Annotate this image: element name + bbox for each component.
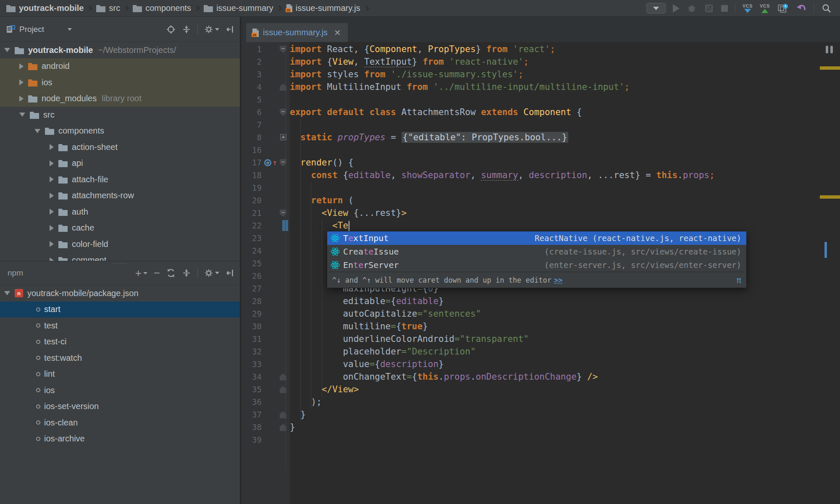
code-line-1[interactable]: 1−import React, {Component, PropTypes} f… — [242, 43, 840, 55]
npm-script-ios-clean[interactable]: ios-clean — [0, 415, 240, 431]
code-line-4[interactable]: 4import MultilineInput from '../multilin… — [242, 81, 840, 93]
npm-script-start[interactable]: start — [0, 302, 240, 318]
local-changes-icon[interactable] — [777, 3, 789, 14]
code-line-21[interactable]: 21− <View {...rest}> — [242, 207, 840, 219]
settings-button[interactable] — [204, 25, 219, 34]
breadcrumb-item-components[interactable]: components — [132, 3, 191, 13]
completion-item-TextInput[interactable]: TextInputReactNative (react-native.js, r… — [327, 231, 746, 245]
vcs-commit-button[interactable]: VCS — [760, 4, 770, 13]
project-panel-title[interactable]: Project — [19, 25, 44, 34]
hide-panel-icon[interactable] — [226, 25, 235, 34]
tree-item-action-sheet[interactable]: action-sheet — [0, 139, 240, 155]
chevron-collapsed-icon[interactable] — [50, 193, 54, 199]
chevron-expanded-icon[interactable] — [19, 113, 25, 117]
code-line-2[interactable]: 2import {View, TextInput} from 'react-na… — [242, 55, 840, 68]
code-editor[interactable]: 1−import React, {Component, PropTypes} f… — [242, 42, 840, 504]
npm-script-lint[interactable]: lint — [0, 366, 240, 383]
npm-script-ios-set-version[interactable]: ios-set-version — [0, 399, 240, 415]
splitter-handle[interactable]: ······ — [113, 262, 127, 265]
code-line-32[interactable]: 32 placeholder="Description" — [242, 345, 840, 358]
chevron-collapsed-icon[interactable] — [19, 96, 24, 102]
code-line-22[interactable]: 22 <Te — [242, 219, 840, 232]
tree-item-color-field[interactable]: color-field — [0, 236, 240, 252]
chevron-collapsed-icon[interactable] — [50, 160, 54, 166]
code-line-6[interactable]: 6−export default class AttachmentsRow ex… — [242, 106, 840, 118]
chevron-down-icon[interactable] — [68, 28, 72, 31]
code-line-16[interactable]: 16 — [242, 144, 840, 156]
npm-script-test:watch[interactable]: test:watch — [0, 350, 240, 366]
locate-file-icon[interactable] — [166, 25, 176, 34]
chevron-collapsed-icon[interactable] — [50, 241, 54, 247]
code-line-8[interactable]: 8+ static propTypes = {"editable": PropT… — [242, 131, 840, 144]
breadcrumb-item-youtrack-mobile[interactable]: youtrack-mobile — [6, 3, 84, 13]
code-line-17[interactable]: 17o↑− render() { — [242, 156, 840, 169]
chevron-expanded-icon[interactable] — [34, 129, 40, 133]
npm-script-test-ci[interactable]: test-ci — [0, 334, 240, 350]
code-line-35[interactable]: 35 </View> — [242, 383, 840, 396]
code-line-36[interactable]: 36 ); — [242, 396, 840, 408]
chevron-collapsed-icon[interactable] — [50, 225, 54, 231]
code-line-29[interactable]: 29 autoCapitalize="sentences" — [242, 307, 840, 320]
chevron-expanded-icon[interactable] — [4, 48, 10, 52]
tree-item-components[interactable]: components — [0, 123, 240, 139]
npm-script-ios-archive[interactable]: ios-archive — [0, 431, 240, 447]
chevron-collapsed-icon[interactable] — [50, 176, 54, 182]
tree-item-comment[interactable]: comment — [0, 252, 240, 261]
tree-item-android[interactable]: android — [0, 58, 240, 75]
code-line-3[interactable]: 3import styles from './issue-summary.sty… — [242, 68, 840, 81]
remove-script-button[interactable]: − — [154, 269, 160, 277]
hint-more-link[interactable]: >> — [554, 276, 562, 284]
hide-panel-icon[interactable] — [226, 268, 235, 278]
add-script-button[interactable]: + — [135, 269, 147, 277]
completion-item-EnterServer[interactable]: EnterServer(enter-server.js, src/views/e… — [327, 258, 746, 272]
chevron-collapsed-icon[interactable] — [50, 257, 54, 261]
npm-script-test[interactable]: test — [0, 318, 240, 334]
stop-icon[interactable] — [721, 5, 728, 12]
vcs-update-button[interactable]: VCS — [743, 4, 753, 13]
tree-item-auth[interactable]: auth — [0, 204, 240, 220]
tree-item-cache[interactable]: cache — [0, 220, 240, 236]
code-line-20[interactable]: 20 return ( — [242, 194, 840, 207]
code-line-28[interactable]: 28 editable={editable} — [242, 295, 840, 307]
refresh-icon[interactable] — [166, 268, 176, 278]
tree-item-attach-file[interactable]: attach-file — [0, 171, 240, 188]
code-line-19[interactable]: 19 — [242, 181, 840, 194]
code-line-31[interactable]: 31 underlineColorAndroid="transparent" — [242, 333, 840, 345]
chevron-expanded-icon[interactable] — [4, 291, 10, 295]
run-icon[interactable] — [673, 4, 680, 13]
breadcrumb-item-issue-summary[interactable]: issue-summary — [203, 3, 273, 13]
run-configuration-dropdown[interactable] — [646, 3, 666, 13]
npm-script-ios[interactable]: ios — [0, 382, 240, 399]
caret-stripe-mark[interactable] — [824, 242, 827, 258]
code-line-34[interactable]: 34 onChangeText={this.props.onDescriptio… — [242, 370, 840, 383]
search-icon[interactable] — [822, 3, 832, 13]
overrides-method-icon[interactable]: o — [264, 159, 271, 166]
code-line-7[interactable]: 7 — [242, 118, 840, 131]
code-line-33[interactable]: 33 value={description} — [242, 358, 840, 370]
tree-item-ios[interactable]: ios — [0, 74, 240, 91]
debug-icon[interactable] — [687, 3, 697, 13]
code-line-37[interactable]: 37 } — [242, 408, 840, 421]
undo-icon[interactable] — [796, 3, 807, 13]
tree-item-api[interactable]: api — [0, 155, 240, 172]
collapse-all-icon[interactable] — [182, 268, 191, 278]
code-line-39[interactable]: 39 — [242, 433, 840, 446]
chevron-collapsed-icon[interactable] — [50, 144, 54, 150]
tree-item-attachments-row[interactable]: attachments-row — [0, 188, 240, 204]
tree-item-src[interactable]: src — [0, 107, 240, 123]
npm-package-root[interactable]: nyoutrack-mobile/package.json — [0, 285, 240, 302]
chevron-collapsed-icon[interactable] — [19, 79, 24, 85]
code-line-30[interactable]: 30 multiline={true} — [242, 320, 840, 333]
inspection-status-icon[interactable] — [826, 46, 833, 53]
chevron-collapsed-icon[interactable] — [19, 63, 24, 69]
breadcrumb-item-issue-summary.js[interactable]: JSissue-summary.js — [286, 3, 360, 13]
warning-stripe-mark[interactable] — [820, 66, 840, 70]
chevron-collapsed-icon[interactable] — [50, 209, 54, 215]
coverage-icon[interactable] — [704, 3, 714, 13]
tree-item-youtrack-mobile[interactable]: youtrack-mobile~/WebstormProjects/ — [0, 42, 240, 58]
tree-item-node_modules[interactable]: node_moduleslibrary root — [0, 91, 240, 107]
code-line-38[interactable]: 38} — [242, 421, 840, 433]
code-line-5[interactable]: 5 — [242, 93, 840, 106]
completion-item-CreateIssue[interactable]: CreateIssue(create-issue.js, src/views/c… — [327, 245, 746, 258]
npm-settings-button[interactable] — [204, 268, 219, 278]
